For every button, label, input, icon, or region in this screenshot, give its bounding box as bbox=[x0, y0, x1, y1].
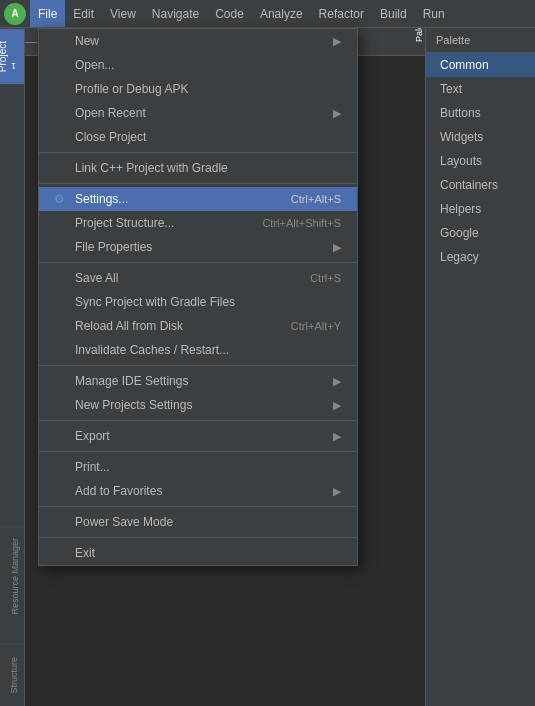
menu-build[interactable]: Build bbox=[372, 0, 415, 27]
menu-item-add-favorites[interactable]: Add to Favorites ▶ bbox=[39, 479, 357, 503]
divider-1 bbox=[39, 152, 357, 153]
menu-item-link-cpp-label: Link C++ Project with Gradle bbox=[75, 161, 341, 175]
menu-item-sync-label: Sync Project with Gradle Files bbox=[75, 295, 341, 309]
menu-bar: A File Edit View Navigate Code Analyze R… bbox=[0, 0, 535, 28]
menu-item-file-properties[interactable]: File Properties ▶ bbox=[39, 235, 357, 259]
palette-item-common[interactable]: Common bbox=[426, 53, 535, 77]
divider-5 bbox=[39, 420, 357, 421]
menu-item-manage-ide-label: Manage IDE Settings bbox=[75, 374, 333, 388]
menu-item-file-properties-label: File Properties bbox=[75, 240, 333, 254]
menu-item-open[interactable]: Open... bbox=[39, 53, 357, 77]
palette-item-google[interactable]: Google bbox=[426, 221, 535, 245]
menu-file[interactable]: File bbox=[30, 0, 65, 27]
menu-code[interactable]: Code bbox=[207, 0, 252, 27]
menu-item-settings[interactable]: ⚙ Settings... Ctrl+Alt+S bbox=[39, 187, 357, 211]
menu-item-open-label: Open... bbox=[75, 58, 341, 72]
menu-item-recent-label: Open Recent bbox=[75, 106, 333, 120]
menu-edit[interactable]: Edit bbox=[65, 0, 102, 27]
divider-2 bbox=[39, 183, 357, 184]
menu-item-export[interactable]: Export ▶ bbox=[39, 424, 357, 448]
menu-item-export-label: Export bbox=[75, 429, 333, 443]
menu-refactor[interactable]: Refactor bbox=[311, 0, 372, 27]
menu-analyze[interactable]: Analyze bbox=[252, 0, 311, 27]
menu-item-profile-label: Profile or Debug APK bbox=[75, 82, 341, 96]
menu-item-exit-label: Exit bbox=[75, 546, 341, 560]
menu-run[interactable]: Run bbox=[415, 0, 453, 27]
palette-item-widgets[interactable]: Widgets bbox=[426, 125, 535, 149]
menu-item-new-label: New bbox=[75, 34, 333, 48]
menu-item-reload[interactable]: Reload All from Disk Ctrl+Alt+Y bbox=[39, 314, 357, 338]
menu-navigate[interactable]: Navigate bbox=[144, 0, 207, 27]
file-properties-arrow-icon: ▶ bbox=[333, 241, 341, 254]
menu-item-settings-label: Settings... bbox=[75, 192, 291, 206]
menu-item-reload-label: Reload All from Disk bbox=[75, 319, 291, 333]
menu-item-save-label: Save All bbox=[75, 271, 310, 285]
project-number: 1 bbox=[8, 60, 19, 72]
new-arrow-icon: ▶ bbox=[333, 35, 341, 48]
palette-sidebar: Palette Palette Common Text Buttons Widg… bbox=[425, 28, 535, 706]
divider-4 bbox=[39, 365, 357, 366]
menu-item-print-label: Print... bbox=[75, 460, 341, 474]
divider-8 bbox=[39, 537, 357, 538]
divider-6 bbox=[39, 451, 357, 452]
menu-item-invalidate-label: Invalidate Caches / Restart... bbox=[75, 343, 341, 357]
divider-3 bbox=[39, 262, 357, 263]
palette-item-legacy[interactable]: Legacy bbox=[426, 245, 535, 269]
palette-item-layouts[interactable]: Layouts bbox=[426, 149, 535, 173]
palette-item-buttons[interactable]: Buttons bbox=[426, 101, 535, 125]
menu-item-sync-gradle[interactable]: Sync Project with Gradle Files bbox=[39, 290, 357, 314]
left-sidebar: 1 Project Resource Manager Structure bbox=[0, 28, 25, 706]
menu-item-manage-ide[interactable]: Manage IDE Settings ▶ bbox=[39, 369, 357, 393]
menu-item-new-projects-label: New Projects Settings bbox=[75, 398, 333, 412]
settings-shortcut: Ctrl+Alt+S bbox=[291, 193, 341, 205]
menu-item-power-save-label: Power Save Mode bbox=[75, 515, 341, 529]
manage-ide-arrow-icon: ▶ bbox=[333, 375, 341, 388]
save-shortcut: Ctrl+S bbox=[310, 272, 341, 284]
sidebar-item-resource[interactable]: Resource Manager bbox=[0, 527, 24, 625]
menu-view[interactable]: View bbox=[102, 0, 144, 27]
reload-shortcut: Ctrl+Alt+Y bbox=[291, 320, 341, 332]
menu-item-close-project[interactable]: Close Project bbox=[39, 125, 357, 149]
file-dropdown-menu: New ▶ Open... Profile or Debug APK Open … bbox=[38, 28, 358, 566]
palette-item-containers[interactable]: Containers bbox=[426, 173, 535, 197]
menu-item-project-structure-label: Project Structure... bbox=[75, 216, 262, 230]
menu-item-print[interactable]: Print... bbox=[39, 455, 357, 479]
new-projects-arrow-icon: ▶ bbox=[333, 399, 341, 412]
sidebar-item-structure[interactable]: Structure bbox=[0, 644, 24, 706]
menu-item-new[interactable]: New ▶ bbox=[39, 29, 357, 53]
menu-item-link-cpp[interactable]: Link C++ Project with Gradle bbox=[39, 156, 357, 180]
menu-item-save-all[interactable]: Save All Ctrl+S bbox=[39, 266, 357, 290]
project-structure-shortcut: Ctrl+Alt+Shift+S bbox=[262, 217, 341, 229]
settings-icon: ⚙ bbox=[49, 192, 69, 206]
menu-item-project-structure[interactable]: Project Structure... Ctrl+Alt+Shift+S bbox=[39, 211, 357, 235]
favorites-arrow-icon: ▶ bbox=[333, 485, 341, 498]
menu-item-power-save[interactable]: Power Save Mode bbox=[39, 510, 357, 534]
menu-item-profile-apk[interactable]: Profile or Debug APK bbox=[39, 77, 357, 101]
menu-item-open-recent[interactable]: Open Recent ▶ bbox=[39, 101, 357, 125]
menu-item-close-label: Close Project bbox=[75, 130, 341, 144]
menu-item-invalidate[interactable]: Invalidate Caches / Restart... bbox=[39, 338, 357, 362]
menu-item-exit[interactable]: Exit bbox=[39, 541, 357, 565]
menu-item-new-projects[interactable]: New Projects Settings ▶ bbox=[39, 393, 357, 417]
palette-item-text[interactable]: Text bbox=[426, 77, 535, 101]
menu-item-add-favorites-label: Add to Favorites bbox=[75, 484, 333, 498]
recent-arrow-icon: ▶ bbox=[333, 107, 341, 120]
sidebar-item-project[interactable]: 1 Project bbox=[0, 28, 24, 84]
divider-7 bbox=[39, 506, 357, 507]
palette-item-helpers[interactable]: Helpers bbox=[426, 197, 535, 221]
palette-header: Palette bbox=[426, 28, 535, 53]
android-icon: A bbox=[4, 3, 26, 25]
export-arrow-icon: ▶ bbox=[333, 430, 341, 443]
